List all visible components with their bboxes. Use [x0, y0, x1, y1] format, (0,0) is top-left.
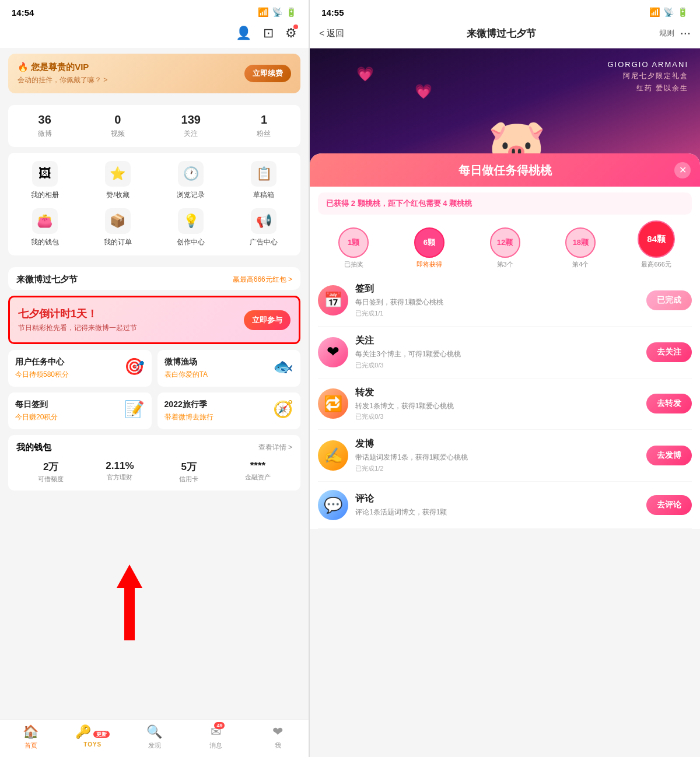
- menu-orders-label: 我的订单: [104, 237, 132, 247]
- left-top-nav: 👤 ⊡ ⚙: [0, 21, 309, 48]
- home-icon: 🏠: [23, 724, 38, 740]
- task-name-2: 转发: [355, 387, 639, 399]
- task-action-2[interactable]: 去转发: [646, 394, 692, 413]
- peach-info-text1: 已获得: [326, 199, 351, 208]
- wallet-link[interactable]: 查看详情 >: [258, 443, 292, 453]
- right-nav-title: 来微博过七夕节: [350, 27, 653, 40]
- task-item-4: 💬 评论 评论1条活题词博文，获得1颗 去评论: [318, 482, 692, 529]
- menu-ads-label: 广告中心: [250, 237, 278, 247]
- task-progress-0: 已完成1/1: [355, 309, 639, 318]
- stat-follow[interactable]: 139 关注: [155, 113, 228, 139]
- qixi-banner[interactable]: 七夕倒计时1天！ 节日精彩抢先看，记得来微博一起过节 立即参与: [8, 296, 300, 344]
- peach-level-1: 6颗 即将获得: [394, 227, 465, 269]
- task-progress-3: 已完成1/2: [355, 464, 639, 473]
- task-action-0[interactable]: 已完成: [646, 290, 692, 310]
- peach-sublabel-3: 第4个: [572, 260, 589, 269]
- task-card-signin[interactable]: 📝 每日签到 今日赚20积分: [8, 392, 152, 429]
- album-icon: 🖼: [32, 161, 58, 187]
- wifi-icon: 📡: [272, 7, 283, 17]
- peach-info-text2: 颗桃桃，距下个红包需要: [355, 199, 443, 208]
- task-card-travel[interactable]: 🧭 2022旅行季 带着微博去旅行: [158, 392, 301, 429]
- scan-icon[interactable]: ⊡: [263, 26, 274, 41]
- stat-video[interactable]: 0 视频: [81, 113, 154, 139]
- signal-icon: 📶: [258, 7, 269, 17]
- creation-icon: 💡: [178, 208, 204, 234]
- rules-button[interactable]: 规则: [659, 28, 674, 38]
- stat-weibo-label: 微博: [8, 129, 81, 139]
- bottom-tab-bar: 🏠 首页 🔑 更新 TOYS 🔍 发现 ✉ 49 消息 ❤ 我: [0, 719, 309, 757]
- menu-orders[interactable]: 📦 我的订单: [81, 208, 154, 247]
- wallet-section: 我的钱包 查看详情 > 2万 可借额度 2.11% 官方理财 5万 信用卡 **…: [8, 435, 300, 490]
- task-list: 📅 签到 每日签到，获得1颗爱心桃桃 已完成1/1 已完成 ❤ 关注 每关注3个…: [310, 275, 700, 529]
- task-info-3: 发博 带话题词发博1条，获得1颗爱心桃桃 已完成1/2: [355, 438, 639, 473]
- profile-icon[interactable]: 👤: [236, 26, 251, 41]
- vip-title: 🔥 您是尊贵的VIP: [18, 62, 107, 73]
- qixi-section-title: 来微博过七夕节: [16, 274, 78, 285]
- me-icon: ❤: [272, 724, 283, 740]
- hero-subtitle1: 阿尼七夕限定礼盒: [608, 71, 689, 81]
- stat-video-num: 0: [81, 113, 154, 127]
- task-card-fishing[interactable]: 🐟 微博渔场 表白你爱的TA: [158, 350, 301, 387]
- stat-fans-label: 粉丝: [228, 129, 300, 139]
- task-name-4: 评论: [355, 493, 639, 505]
- heart-deco-2: 💗: [415, 83, 432, 100]
- wallet-header: 我的钱包 查看详情 >: [16, 442, 292, 453]
- right-scroll-area: GIORGIO ARMANI 阿尼七夕限定礼盒 红药 爱以余生 💗 💗 🐷 每日…: [310, 48, 700, 757]
- task-modal-header: 每日做任务得桃桃 ✕: [310, 153, 700, 187]
- task-item-3: ✍ 发博 带话题词发博1条，获得1颗爱心桃桃 已完成1/2 去发博: [318, 430, 692, 482]
- menu-drafts-label: 草稿箱: [253, 190, 274, 200]
- task-desc-4: 评论1条活题词博文，获得1颗: [355, 507, 639, 517]
- stat-fans[interactable]: 1 粉丝: [228, 113, 300, 139]
- vip-subtitle: 会动的挂件，你佩戴了嘛？ >: [18, 75, 107, 85]
- brand-name: GIORGIO ARMANI: [608, 60, 689, 69]
- task-action-1[interactable]: 去关注: [646, 342, 692, 362]
- stat-weibo[interactable]: 36 微博: [8, 113, 81, 139]
- right-time: 14:55: [321, 8, 344, 17]
- task-action-3[interactable]: 去发博: [646, 446, 692, 465]
- task-desc-2: 转发1条博文，获得1颗爱心桃桃: [355, 401, 639, 411]
- close-modal-button[interactable]: ✕: [674, 162, 691, 178]
- wallet-item-1: 2.11% 官方理财: [85, 460, 154, 483]
- tab-discover[interactable]: 🔍 发现: [124, 724, 186, 750]
- left-status-icons: 📶 📡 🔋: [258, 7, 297, 17]
- wallet-label-3: 金融资产: [223, 473, 292, 482]
- task-name-1: 关注: [355, 335, 639, 347]
- vip-renew-button[interactable]: 立即续费: [244, 65, 291, 82]
- task-card-user-center[interactable]: 🎯 用户任务中心 今日待领580积分: [8, 350, 152, 387]
- right-wifi-icon: 📡: [663, 7, 674, 17]
- left-time: 14:54: [12, 8, 34, 17]
- peach-info-text3: 颗桃桃: [447, 199, 472, 208]
- tab-message[interactable]: ✉ 49 消息: [185, 724, 247, 750]
- menu-ads[interactable]: 📢 广告中心: [228, 208, 300, 247]
- tab-me-label: 我: [275, 741, 281, 750]
- peach-circle-3: 18颗: [565, 227, 596, 258]
- peach-level-4: 84颗 最高666元: [621, 220, 692, 269]
- tab-home[interactable]: 🏠 首页: [0, 724, 62, 750]
- menu-history[interactable]: 🕐 浏览记录: [155, 161, 228, 200]
- more-button[interactable]: ···: [680, 26, 691, 41]
- menu-grid: 🖼 我的相册 ⭐ 赞/收藏 🕐 浏览记录 📋 草稿箱 👛 我的钱包 📦 我的订单…: [8, 153, 300, 255]
- hero-banner: GIORGIO ARMANI 阿尼七夕限定礼盒 红药 爱以余生 💗 💗 🐷: [310, 48, 700, 165]
- orders-icon: 📦: [105, 208, 131, 234]
- menu-drafts[interactable]: 📋 草稿箱: [228, 161, 300, 200]
- task-icon-1: ❤: [318, 337, 348, 367]
- stat-follow-label: 关注: [155, 129, 228, 139]
- menu-album[interactable]: 🖼 我的相册: [8, 161, 81, 200]
- task-progress-1: 已完成0/3: [355, 361, 639, 370]
- task-icon-3: ✍: [318, 440, 348, 471]
- back-button[interactable]: < 返回: [319, 28, 344, 39]
- settings-icon[interactable]: ⚙: [285, 26, 297, 41]
- menu-wallet[interactable]: 👛 我的钱包: [8, 208, 81, 247]
- vip-banner[interactable]: 🔥 您是尊贵的VIP 会动的挂件，你佩戴了嘛？ > 立即续费: [8, 54, 300, 93]
- battery-icon: 🔋: [286, 7, 297, 17]
- menu-favorites[interactable]: ⭐ 赞/收藏: [81, 161, 154, 200]
- qixi-participate-button[interactable]: 立即参与: [244, 310, 290, 330]
- wallet-item-3: **** 金融资产: [223, 460, 292, 483]
- task-action-4[interactable]: 去评论: [646, 495, 692, 515]
- menu-creation[interactable]: 💡 创作中心: [155, 208, 228, 247]
- tab-toys[interactable]: 🔑 更新 TOYS: [62, 724, 124, 750]
- tab-me[interactable]: ❤ 我: [247, 724, 309, 750]
- qixi-section-link[interactable]: 赢最高666元红包 >: [233, 275, 292, 285]
- task-info-0: 签到 每日签到，获得1颗爱心桃桃 已完成1/1: [355, 283, 639, 318]
- stat-follow-num: 139: [155, 113, 228, 127]
